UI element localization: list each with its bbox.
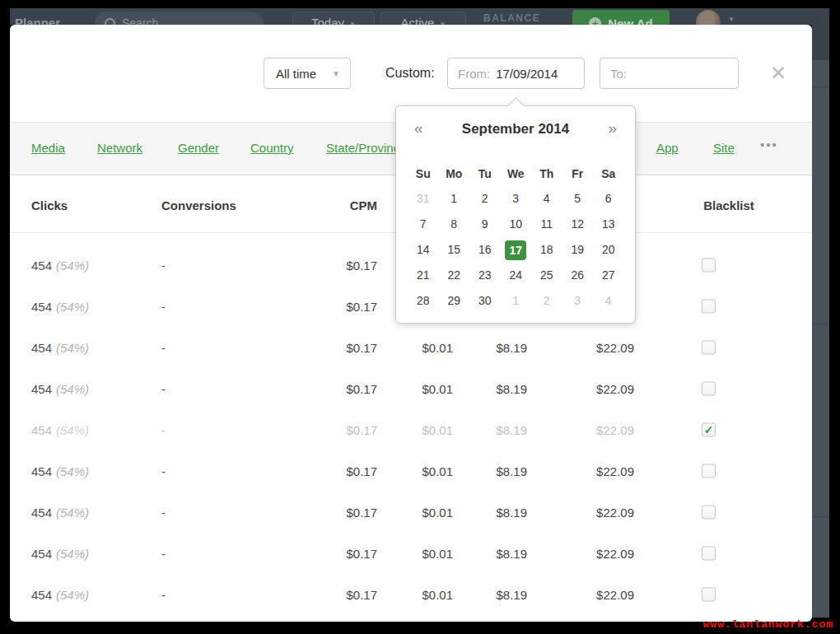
blacklist-checkbox[interactable] — [702, 341, 716, 355]
calendar-day[interactable]: 3 — [562, 288, 594, 314]
conversions-cell: - — [161, 341, 166, 355]
calendar-day[interactable]: 1 — [501, 288, 532, 314]
more-tabs-button[interactable]: ••• — [760, 138, 778, 152]
conversions-cell: - — [161, 300, 166, 314]
calendar-day[interactable]: 4 — [593, 288, 624, 314]
calendar-day[interactable]: 12 — [562, 212, 594, 237]
calendar-day[interactable]: 16 — [469, 237, 501, 263]
calendar-day[interactable]: 6 — [593, 186, 624, 212]
time-range-value: All time — [276, 67, 316, 81]
blacklist-checkbox-checked[interactable]: ✓ — [702, 423, 716, 437]
cpm-cell: $0.17 — [346, 423, 377, 437]
clicks-cell: 454(54%) — [31, 423, 89, 437]
status-filter-dropdown[interactable]: Active▼ — [380, 12, 466, 25]
blacklist-checkbox[interactable] — [702, 464, 716, 478]
calendar-day[interactable]: 13 — [593, 212, 624, 237]
avatar[interactable] — [696, 10, 721, 25]
calendar-day[interactable]: 29 — [439, 288, 470, 314]
value-cell: $22.09 — [596, 341, 634, 355]
calendar-day[interactable]: 24 — [501, 263, 532, 288]
search-placeholder: Search — [122, 16, 158, 25]
calendar-day[interactable]: 27 — [593, 263, 624, 288]
tab-network[interactable]: Network — [97, 141, 142, 155]
calendar-day[interactable]: 23 — [469, 263, 501, 288]
calendar-day[interactable]: 20 — [593, 237, 624, 263]
value-cell: $22.09 — [596, 423, 634, 437]
conversions-cell: - — [161, 464, 166, 478]
calendar-day[interactable]: 30 — [469, 288, 501, 314]
tab-media[interactable]: Media — [31, 141, 65, 155]
blacklist-checkbox[interactable] — [702, 547, 716, 561]
value-cell: $22.09 — [596, 382, 634, 396]
value-cell: $8.19 — [496, 423, 527, 437]
tab-gender[interactable]: Gender — [178, 141, 219, 155]
calendar-day[interactable]: 9 — [469, 212, 501, 237]
calendar-day-selected[interactable]: 17 — [501, 237, 532, 263]
calendar-day[interactable]: 25 — [531, 263, 562, 288]
custom-range-label: Custom: — [385, 66, 435, 81]
next-month-icon[interactable]: » — [608, 119, 617, 138]
calendar-day[interactable]: 8 — [439, 212, 470, 237]
calendar-day[interactable]: 21 — [408, 263, 439, 288]
popup-caret — [507, 97, 525, 114]
calendar-day[interactable]: 2 — [531, 288, 562, 314]
clicks-cell: 454(54%) — [31, 300, 89, 314]
calendar-day[interactable]: 22 — [439, 263, 470, 288]
value-cell: $0.01 — [422, 464, 453, 478]
blacklist-checkbox[interactable] — [702, 259, 716, 273]
day-grid: 3112345678910111213141516171819202122232… — [408, 186, 624, 314]
calendar-day[interactable]: 10 — [501, 212, 532, 237]
weekday-label: Su — [408, 161, 439, 186]
calendar-day[interactable]: 3 — [501, 186, 532, 212]
calendar-day[interactable]: 2 — [469, 186, 501, 212]
calendar-day[interactable]: 4 — [531, 186, 562, 212]
value-cell: $0.01 — [422, 382, 453, 396]
tab-app[interactable]: App — [656, 141, 679, 155]
blacklist-checkbox[interactable] — [702, 382, 716, 396]
calendar-day[interactable]: 26 — [562, 263, 594, 288]
value-cell: $8.19 — [496, 588, 527, 602]
calendar-day[interactable]: 5 — [562, 186, 594, 212]
table-row: 454(54%)-$0.17$0.01$8.19$22.09 — [10, 327, 812, 368]
blacklist-checkbox[interactable] — [702, 506, 716, 520]
close-icon[interactable]: ✕ — [766, 61, 791, 86]
clicks-cell: 454(54%) — [31, 341, 89, 355]
date-filter-dropdown[interactable]: Today▼ — [292, 12, 375, 25]
new-ad-button[interactable]: + New Ad — [572, 10, 670, 25]
clicks-cell: 454(54%) — [31, 547, 89, 561]
background-topbar-edge — [812, 25, 829, 60]
clicks-cell: 454(54%) — [31, 506, 89, 520]
weekday-label: We — [501, 161, 532, 186]
to-date-input[interactable]: To: — [600, 58, 739, 89]
calendar-day[interactable]: 19 — [562, 237, 594, 263]
time-range-select[interactable]: All time ▼ — [264, 58, 351, 89]
calendar-day[interactable]: 28 — [408, 288, 439, 314]
calendar-day[interactable]: 31 — [408, 186, 439, 212]
calendar-day[interactable]: 1 — [439, 186, 470, 212]
blacklist-checkbox[interactable] — [702, 300, 716, 314]
weekday-row: SuMoTuWeThFrSa — [408, 161, 624, 186]
cpm-cell: $0.17 — [346, 259, 377, 273]
search-input[interactable]: Search — [95, 12, 264, 25]
calendar-day[interactable]: 15 — [439, 237, 470, 263]
tab-country[interactable]: Country — [250, 141, 294, 155]
background-page-edge — [812, 25, 829, 618]
calendar-day[interactable]: 18 — [531, 237, 562, 263]
calendar-day[interactable]: 11 — [531, 212, 562, 237]
calendar-day[interactable]: 14 — [408, 237, 439, 263]
plus-icon: + — [589, 17, 601, 26]
watermark: www.lanlanwork.com — [703, 618, 833, 631]
tab-state-province[interactable]: State/Province — [326, 141, 407, 155]
from-date-input[interactable]: From: 17/09/2014 — [447, 58, 585, 89]
blacklist-checkbox[interactable] — [702, 588, 716, 602]
from-prefix: From: — [458, 67, 490, 81]
report-modal: All time ▼ Custom: From: 17/09/2014 To: … — [10, 25, 812, 622]
value-cell: $0.01 — [422, 547, 453, 561]
tab-site[interactable]: Site — [713, 141, 735, 155]
table-row: 454(54%)-$0.17$0.01$8.19$22.09✓ — [10, 409, 812, 450]
column-header-cpm: CPM — [350, 198, 377, 212]
value-cell: $0.01 — [422, 506, 453, 520]
cpm-cell: $0.17 — [346, 341, 377, 355]
column-header-clicks: Clicks — [31, 198, 68, 212]
calendar-day[interactable]: 7 — [408, 212, 439, 237]
